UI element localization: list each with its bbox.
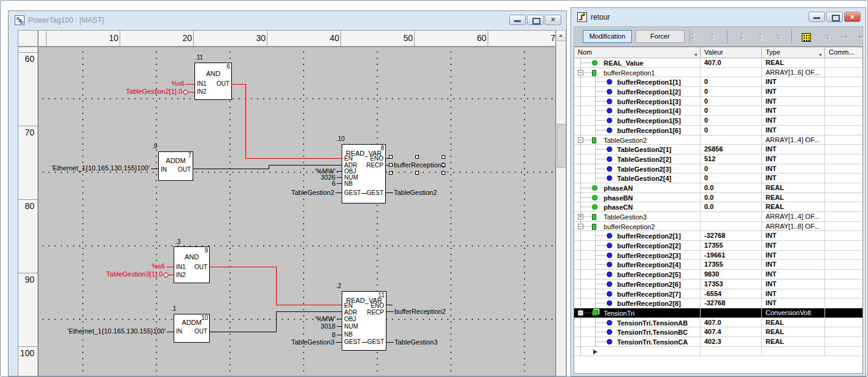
dropdown-arrow-icon[interactable]: ▼ bbox=[818, 50, 823, 58]
watch-row[interactable]: bufferReception1[3]0INT bbox=[574, 97, 862, 107]
variable-value[interactable]: 0 bbox=[701, 77, 762, 86]
watch-titlebar[interactable]: retour × bbox=[572, 9, 864, 25]
variable-type[interactable]: INT bbox=[762, 289, 825, 299]
variable-comment[interactable] bbox=[825, 347, 858, 356]
selection-handle[interactable] bbox=[389, 171, 393, 175]
watch-row[interactable]: bufferReception2[2]17355INT bbox=[574, 241, 862, 251]
watch-row[interactable]: bufferReception1[5]0INT bbox=[574, 116, 862, 126]
collapse-box-icon[interactable]: − bbox=[578, 310, 583, 316]
variable-type[interactable]: REAL bbox=[762, 318, 825, 327]
variable-comment[interactable] bbox=[825, 106, 858, 115]
watch-row[interactable]: REAL_Value407.0REAL bbox=[574, 58, 862, 68]
selection-handle[interactable] bbox=[415, 155, 419, 159]
variable-value[interactable] bbox=[701, 68, 762, 77]
variable-value[interactable]: -6554 bbox=[701, 289, 762, 299]
vertical-scrollbar[interactable] bbox=[556, 30, 566, 376]
watch-row[interactable]: bufferReception1[2]0INT bbox=[574, 87, 862, 97]
variable-type[interactable]: INT bbox=[762, 241, 825, 250]
scrollbar-thumb[interactable] bbox=[557, 124, 566, 168]
variable-comment[interactable] bbox=[825, 87, 858, 96]
variable-value[interactable]: 0.0 bbox=[701, 193, 762, 202]
watch-row[interactable]: bufferReception2[8]-32768INT bbox=[574, 299, 862, 308]
variable-type[interactable]: INT bbox=[762, 116, 825, 125]
variable-comment[interactable] bbox=[825, 280, 858, 289]
selection-handle[interactable] bbox=[389, 163, 393, 167]
variable-value[interactable]: 17355 bbox=[701, 260, 762, 269]
variable-type[interactable]: INT bbox=[762, 260, 825, 269]
watch-row[interactable]: TensionTri.TensionAB407.0REAL bbox=[574, 318, 862, 328]
operand-label[interactable]: TableGestion3 bbox=[282, 338, 334, 346]
operand-label[interactable]: bufferReception1 bbox=[394, 161, 445, 169]
watch-row[interactable]: TableGestion2[1]25856INT bbox=[574, 145, 862, 154]
and-block-2[interactable]: 9 AND IN1 IN2 OUT bbox=[174, 246, 210, 283]
grid-display-icon[interactable] bbox=[799, 30, 813, 44]
watch-row[interactable]: −bufferReception1ARRAY[1..6] OF... bbox=[574, 68, 862, 78]
force-zero-icon[interactable]: ↧ bbox=[734, 30, 749, 44]
collapse-box-icon[interactable]: − bbox=[578, 70, 583, 75]
watch-row[interactable]: −bufferReception2ARRAY[1..8] OF... bbox=[574, 222, 862, 232]
close-button[interactable]: × bbox=[844, 12, 861, 22]
variable-value[interactable]: 0 bbox=[701, 97, 762, 106]
variable-type[interactable]: INT bbox=[762, 87, 825, 96]
variable-type[interactable]: INT bbox=[762, 173, 825, 183]
variable-value[interactable]: 0 bbox=[701, 116, 762, 125]
watch-row[interactable]: bufferReception2[7]-6554INT bbox=[574, 289, 862, 299]
variable-value[interactable]: 25856 bbox=[701, 145, 762, 154]
variable-comment[interactable] bbox=[825, 231, 858, 240]
variable-value[interactable]: 0.0 bbox=[701, 202, 762, 211]
column-header-value[interactable]: Valeur bbox=[701, 47, 762, 58]
column-header-name[interactable]: Nom▼ bbox=[574, 47, 701, 58]
watch-row[interactable]: −TableGestion2ARRAY[1..4] OF... bbox=[574, 135, 862, 145]
variable-comment[interactable] bbox=[825, 135, 858, 145]
variable-comment[interactable] bbox=[825, 308, 858, 318]
variable-type[interactable]: INT bbox=[762, 231, 825, 240]
watch-row[interactable] bbox=[574, 347, 862, 357]
fbd-canvas[interactable]: .11 6 AND IN1 IN2 OUT %s6 TableGestion2[… bbox=[38, 47, 556, 376]
variable-type[interactable]: ARRAY[1..8] OF... bbox=[762, 222, 825, 231]
variable-value[interactable]: 0 bbox=[701, 173, 762, 183]
close-button[interactable]: × bbox=[545, 15, 561, 25]
variable-value[interactable]: 0 bbox=[701, 164, 762, 173]
watch-row[interactable]: phaseAN0.0REAL bbox=[574, 183, 862, 193]
watch-row[interactable]: bufferReception1[6]0INT bbox=[574, 126, 862, 135]
watch-row[interactable]: bufferReception2[3]-19661INT bbox=[574, 251, 862, 261]
variable-value[interactable]: 17355 bbox=[701, 241, 762, 250]
set-value-icon[interactable]: ↧ bbox=[685, 30, 700, 44]
operand-label[interactable]: 'Ethernet_1{10.165.130.155}100' bbox=[40, 164, 150, 172]
variable-type[interactable]: ConversionVolt bbox=[762, 308, 825, 318]
watch-row[interactable]: bufferReception2[1]-32768INT bbox=[574, 231, 862, 241]
variable-comment[interactable] bbox=[825, 222, 858, 231]
variable-type[interactable]: INT bbox=[762, 106, 825, 115]
variable-value[interactable]: -32768 bbox=[701, 299, 762, 308]
variable-comment[interactable] bbox=[825, 145, 858, 154]
variable-comment[interactable] bbox=[825, 193, 858, 202]
selection-handle[interactable] bbox=[389, 155, 393, 159]
variable-comment[interactable] bbox=[825, 77, 858, 86]
watch-row[interactable]: bufferReception1[4]0INT bbox=[574, 106, 862, 116]
variable-comment[interactable] bbox=[825, 126, 858, 135]
and-block-1[interactable]: 6 AND IN1 IN2 OUT bbox=[194, 63, 232, 100]
watch-row[interactable]: TableGestion2[3]0INT bbox=[574, 164, 862, 174]
select-columns-icon[interactable]: ⇥ bbox=[837, 30, 852, 44]
variable-value[interactable]: 407.4 bbox=[701, 327, 762, 337]
watch-row[interactable]: −TensionTriConversionVolt bbox=[574, 308, 862, 318]
collapse-box-icon[interactable]: − bbox=[578, 224, 583, 229]
variable-comment[interactable] bbox=[825, 260, 858, 269]
variable-comment[interactable] bbox=[825, 116, 858, 125]
variable-type[interactable]: REAL bbox=[762, 337, 825, 346]
variable-comment[interactable] bbox=[825, 327, 858, 337]
variable-value[interactable] bbox=[701, 347, 762, 356]
watch-row[interactable]: phaseCN0.0REAL bbox=[574, 202, 862, 212]
column-header-comment[interactable]: Comm... bbox=[825, 47, 858, 58]
variable-value[interactable]: -32768 bbox=[701, 231, 762, 240]
variable-type[interactable]: INT bbox=[762, 251, 825, 260]
variable-comment[interactable] bbox=[825, 58, 858, 67]
variable-type[interactable]: INT bbox=[762, 77, 825, 86]
operand-label[interactable]: bufferReception2 bbox=[394, 308, 446, 315]
watch-row[interactable]: bufferReception2[6]17353INT bbox=[574, 280, 862, 289]
variable-comment[interactable] bbox=[825, 251, 858, 260]
read-var-block-2[interactable]: 11 READ_VAR EN ADR OBJ NUM NB GEST ENO R… bbox=[342, 291, 386, 351]
variable-comment[interactable] bbox=[825, 270, 858, 279]
selection-handle[interactable] bbox=[442, 163, 445, 167]
addm-block-2[interactable]: 10 ADDM IN OUT bbox=[174, 314, 210, 343]
